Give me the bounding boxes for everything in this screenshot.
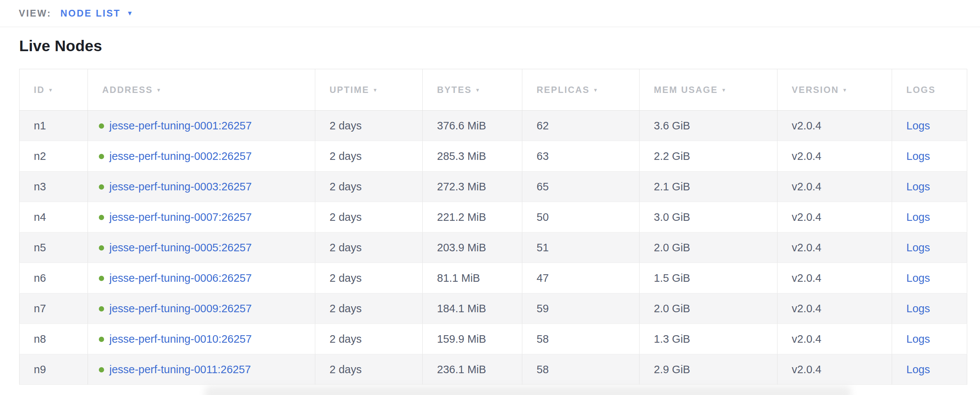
column-header-version[interactable]: VERSION▼ <box>778 69 892 110</box>
node-address-link[interactable]: jesse-perf-tuning-0001:26257 <box>109 120 252 132</box>
column-header-id[interactable]: ID▼ <box>19 69 88 110</box>
node-bytes-cell: 203.9 MiB <box>423 232 522 263</box>
node-logs-link[interactable]: Logs <box>906 302 930 315</box>
node-address-cell: jesse-perf-tuning-0010:26257 <box>88 324 315 354</box>
node-mem-usage-cell: 1.3 GiB <box>640 324 778 354</box>
node-uptime-cell: 2 days <box>315 354 423 385</box>
node-logs-cell: Logs <box>892 171 967 202</box>
node-id-cell: n2 <box>19 141 88 171</box>
sort-caret-icon: ▼ <box>156 87 162 93</box>
node-logs-link[interactable]: Logs <box>906 241 930 254</box>
sort-caret-icon: ▼ <box>373 87 379 93</box>
node-mem-usage-cell: 3.0 GiB <box>640 202 778 232</box>
node-logs-link[interactable]: Logs <box>906 150 930 162</box>
node-replicas-cell: 58 <box>522 324 640 354</box>
node-uptime-cell: 2 days <box>315 324 423 354</box>
node-version-cell: v2.0.4 <box>778 263 892 293</box>
node-logs-cell: Logs <box>892 110 967 141</box>
node-logs-link[interactable]: Logs <box>906 333 930 345</box>
node-live-status-icon <box>99 245 104 251</box>
column-header-replicas[interactable]: REPLICAS▼ <box>522 69 640 110</box>
node-address-link[interactable]: jesse-perf-tuning-0003:26257 <box>109 181 252 193</box>
sort-caret-icon: ▼ <box>842 87 848 93</box>
node-logs-link[interactable]: Logs <box>906 211 930 223</box>
node-mem-usage-cell: 3.6 GiB <box>640 110 778 141</box>
node-version-cell: v2.0.4 <box>778 202 892 232</box>
chevron-down-icon: ▼ <box>127 10 133 16</box>
node-address-link[interactable]: jesse-perf-tuning-0011:26257 <box>109 363 251 376</box>
view-label: VIEW: <box>19 8 51 19</box>
node-address-link[interactable]: jesse-perf-tuning-0007:26257 <box>109 211 252 223</box>
node-logs-cell: Logs <box>892 263 967 293</box>
live-nodes-table: ID▼ ADDRESS▼ UPTIME▼ BYTES▼ REPLICAS▼ ME… <box>19 69 967 385</box>
node-mem-usage-cell: 2.9 GiB <box>640 354 778 385</box>
node-live-status-icon <box>99 154 104 159</box>
page-title: Live Nodes <box>19 37 980 55</box>
node-bytes-cell: 376.6 MiB <box>423 110 522 141</box>
column-header-mem-usage[interactable]: MEM USAGE▼ <box>640 69 778 110</box>
node-id-cell: n6 <box>19 263 88 293</box>
below-fold-card-shadow <box>205 386 851 395</box>
table-row: n3 jesse-perf-tuning-0003:26257 2 days 2… <box>19 171 967 202</box>
table-row: n9 jesse-perf-tuning-0011:26257 2 days 2… <box>19 354 967 385</box>
table-row: n8 jesse-perf-tuning-0010:26257 2 days 1… <box>19 324 967 354</box>
node-address-link[interactable]: jesse-perf-tuning-0006:26257 <box>109 272 252 284</box>
node-address-link[interactable]: jesse-perf-tuning-0009:26257 <box>109 302 252 315</box>
node-uptime-cell: 2 days <box>315 141 423 171</box>
node-id-cell: n7 <box>19 293 88 324</box>
node-version-cell: v2.0.4 <box>778 141 892 171</box>
column-header-uptime[interactable]: UPTIME▼ <box>315 69 423 110</box>
column-header-logs: LOGS <box>892 69 967 110</box>
node-logs-cell: Logs <box>892 202 967 232</box>
node-id-cell: n5 <box>19 232 88 263</box>
column-header-bytes[interactable]: BYTES▼ <box>423 69 522 110</box>
node-id-cell: n9 <box>19 354 88 385</box>
sort-caret-icon: ▼ <box>593 87 598 93</box>
sort-caret-icon: ▼ <box>721 87 727 93</box>
table-row: n1 jesse-perf-tuning-0001:26257 2 days 3… <box>19 110 967 141</box>
node-live-status-icon <box>99 337 104 342</box>
view-select-dropdown[interactable]: NODE LIST ▼ <box>60 8 133 19</box>
node-id-cell: n3 <box>19 171 88 202</box>
column-header-address[interactable]: ADDRESS▼ <box>88 69 315 110</box>
node-address-link[interactable]: jesse-perf-tuning-0002:26257 <box>109 150 252 162</box>
node-address-link[interactable]: jesse-perf-tuning-0010:26257 <box>109 333 252 345</box>
node-replicas-cell: 50 <box>522 202 640 232</box>
main-content: Live Nodes ID▼ ADDRESS▼ UPTIME▼ BYTES▼ R… <box>0 37 980 385</box>
node-address-cell: jesse-perf-tuning-0002:26257 <box>88 141 315 171</box>
node-bytes-cell: 221.2 MiB <box>423 202 522 232</box>
node-version-cell: v2.0.4 <box>778 171 892 202</box>
node-version-cell: v2.0.4 <box>778 324 892 354</box>
node-mem-usage-cell: 2.1 GiB <box>640 171 778 202</box>
table-row: n6 jesse-perf-tuning-0006:26257 2 days 8… <box>19 263 967 293</box>
node-logs-link[interactable]: Logs <box>906 181 930 193</box>
node-uptime-cell: 2 days <box>315 232 423 263</box>
node-id-cell: n8 <box>19 324 88 354</box>
node-mem-usage-cell: 2.0 GiB <box>640 293 778 324</box>
node-address-link[interactable]: jesse-perf-tuning-0005:26257 <box>109 241 252 254</box>
node-bytes-cell: 285.3 MiB <box>423 141 522 171</box>
node-version-cell: v2.0.4 <box>778 232 892 263</box>
node-logs-cell: Logs <box>892 141 967 171</box>
node-live-status-icon <box>99 184 104 190</box>
node-logs-link[interactable]: Logs <box>906 272 930 284</box>
node-version-cell: v2.0.4 <box>778 110 892 141</box>
node-address-cell: jesse-perf-tuning-0001:26257 <box>88 110 315 141</box>
node-uptime-cell: 2 days <box>315 171 423 202</box>
node-live-status-icon <box>99 123 104 129</box>
node-live-status-icon <box>99 367 104 373</box>
node-live-status-icon <box>99 215 104 220</box>
node-replicas-cell: 59 <box>522 293 640 324</box>
table-row: n4 jesse-perf-tuning-0007:26257 2 days 2… <box>19 202 967 232</box>
node-uptime-cell: 2 days <box>315 110 423 141</box>
node-logs-cell: Logs <box>892 354 967 385</box>
node-mem-usage-cell: 2.2 GiB <box>640 141 778 171</box>
node-mem-usage-cell: 1.5 GiB <box>640 263 778 293</box>
node-live-status-icon <box>99 276 104 281</box>
node-replicas-cell: 65 <box>522 171 640 202</box>
sort-caret-icon: ▼ <box>475 87 481 93</box>
node-bytes-cell: 236.1 MiB <box>423 354 522 385</box>
node-logs-link[interactable]: Logs <box>906 363 930 376</box>
node-logs-cell: Logs <box>892 293 967 324</box>
node-logs-link[interactable]: Logs <box>906 120 930 132</box>
